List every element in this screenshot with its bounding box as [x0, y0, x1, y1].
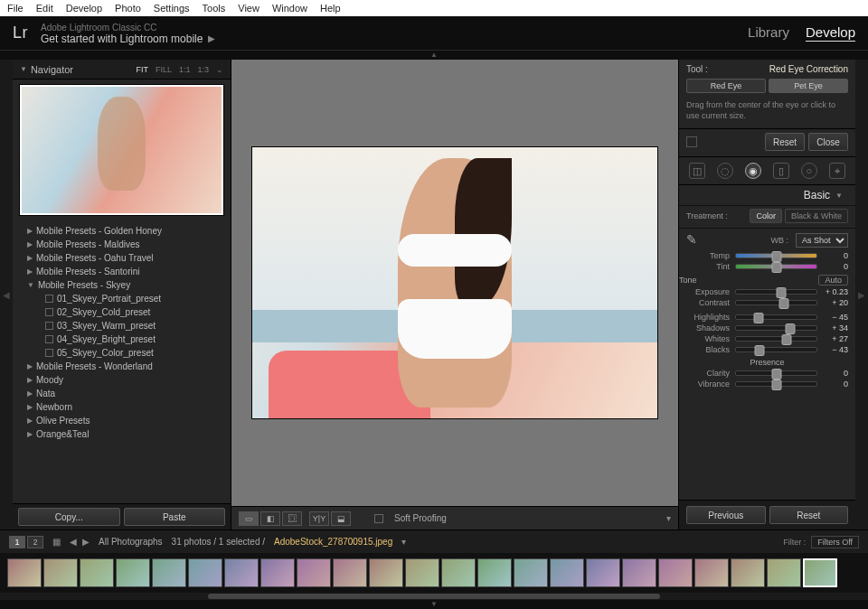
image-canvas[interactable] [251, 146, 658, 419]
nav-fit[interactable]: FIT [136, 65, 148, 74]
preset-item[interactable]: 04_Skyey_Bright_preset [18, 333, 231, 346]
navigator-header[interactable]: ▼ Navigator FIT FILL 1:1 1:3 ⌄ [13, 60, 231, 80]
view-loupe[interactable]: ▭ [239, 511, 259, 526]
nav-1-1[interactable]: 1:1 [179, 65, 191, 74]
left-panel-toggle[interactable]: ◀ [0, 60, 13, 529]
filmstrip-thumb[interactable] [405, 558, 439, 587]
filmstrip-thumb[interactable] [116, 558, 150, 587]
treatment-color[interactable]: Color [750, 209, 782, 223]
preset-folder[interactable]: ▶Mobile Presets - Santorini [18, 265, 231, 278]
chevron-down-icon[interactable]: ▾ [401, 537, 406, 547]
preset-folder[interactable]: ▶Moody [18, 373, 231, 387]
view-compare-split[interactable]: ⬓ [331, 511, 351, 526]
menu-settings[interactable]: Settings [154, 3, 190, 14]
wb-select[interactable]: As Shot [796, 233, 848, 248]
filmstrip-thumb[interactable] [803, 558, 837, 587]
filmstrip-thumb[interactable] [224, 558, 259, 587]
basic-panel-title[interactable]: Basic [804, 189, 830, 201]
tool-reset-button[interactable]: Reset [765, 133, 805, 151]
vibrance-slider[interactable] [735, 381, 817, 387]
blacks-value[interactable]: − 43 [823, 345, 848, 354]
filmstrip-thumb[interactable] [477, 558, 512, 587]
bottom-panel-toggle[interactable]: ▼ [0, 600, 868, 609]
crop-tool-icon[interactable]: ◫ [689, 163, 705, 179]
vibrance-value[interactable]: 0 [823, 379, 848, 389]
preset-folder[interactable]: ▶Nata [18, 387, 231, 400]
tint-slider[interactable] [735, 264, 817, 269]
tab-red-eye[interactable]: Red Eye [686, 79, 766, 93]
shadows-slider[interactable] [735, 325, 817, 331]
filter-select[interactable]: Filters Off [811, 536, 859, 548]
eyedropper-icon[interactable]: ✎ [686, 232, 706, 248]
grid-icon[interactable]: ▦ [52, 537, 61, 547]
previous-button[interactable]: Previous [686, 506, 766, 524]
treatment-bw[interactable]: Black & White [785, 209, 848, 223]
preset-folder[interactable]: ▶Mobile Presets - Wonderland [18, 360, 231, 373]
filmstrip-thumb[interactable] [767, 558, 801, 587]
filmstrip-thumb[interactable] [152, 558, 186, 587]
soft-proof-checkbox[interactable] [374, 514, 383, 523]
shadows-value[interactable]: + 34 [823, 323, 848, 333]
menu-window[interactable]: Window [272, 3, 307, 14]
preset-folder-open[interactable]: ▼Mobile Presets - Skyey [18, 278, 231, 292]
radial-tool-icon[interactable]: ○ [801, 163, 817, 179]
filmstrip-thumb[interactable] [7, 558, 42, 587]
chevron-down-icon[interactable]: ⌄ [216, 65, 223, 74]
grad-tool-icon[interactable]: ▯ [773, 163, 789, 179]
filmstrip-thumb[interactable] [188, 558, 222, 587]
filmstrip-thumb[interactable] [731, 558, 765, 587]
menu-develop[interactable]: Develop [66, 3, 102, 14]
contrast-slider[interactable] [735, 300, 817, 305]
view-compare-yy[interactable]: Y|Y [309, 511, 329, 526]
preset-folder[interactable]: ▶Mobile Presets - Maldives [18, 238, 231, 251]
filmstrip-thumb[interactable] [43, 558, 78, 587]
filmstrip-thumb[interactable] [80, 558, 114, 587]
highlights-slider[interactable] [735, 314, 817, 320]
copy-button[interactable]: Copy... [18, 508, 120, 526]
menu-edit[interactable]: Edit [36, 3, 53, 14]
blacks-slider[interactable] [735, 347, 817, 352]
top-panel-toggle[interactable]: ▲ [0, 51, 868, 60]
reset-button[interactable]: Reset [769, 506, 849, 524]
contrast-value[interactable]: + 20 [823, 298, 848, 307]
preset-item[interactable]: 01_Skyey_Portrait_preset [18, 292, 231, 305]
filmstrip[interactable] [0, 553, 868, 593]
filmstrip-thumb[interactable] [369, 558, 403, 587]
menu-file[interactable]: File [7, 3, 24, 14]
filmstrip-thumb[interactable] [333, 558, 367, 587]
filmstrip-thumb[interactable] [260, 558, 295, 587]
redeye-tool-icon[interactable]: ◉ [745, 163, 761, 179]
nav-back-icon[interactable]: ◀ [70, 537, 77, 547]
monitor-1[interactable]: 1 [9, 536, 25, 548]
filmstrip-thumb[interactable] [550, 558, 584, 587]
view-before-after-lr[interactable]: ◧ [260, 511, 280, 526]
menu-tools[interactable]: Tools [203, 3, 226, 14]
preset-item[interactable]: 02_Skyey_Cold_preset [18, 305, 231, 319]
filmstrip-thumb[interactable] [297, 558, 331, 587]
clarity-slider[interactable] [735, 370, 817, 376]
preset-folder[interactable]: ▶Olive Presets [18, 414, 231, 427]
whites-slider[interactable] [735, 336, 817, 342]
exposure-slider[interactable] [735, 289, 817, 295]
brush-tool-icon[interactable]: ⌖ [829, 163, 845, 179]
clarity-value[interactable]: 0 [823, 369, 848, 378]
toolbar-chevron-icon[interactable]: ▾ [666, 513, 671, 523]
tab-pet-eye[interactable]: Pet Eye [769, 79, 848, 93]
exposure-value[interactable]: + 0.23 [823, 287, 848, 296]
highlights-value[interactable]: − 45 [823, 313, 848, 322]
filmstrip-thumb[interactable] [622, 558, 656, 587]
right-panel-toggle[interactable]: ▶ [855, 60, 868, 529]
preset-item[interactable]: 03_Skyey_Warm_preset [18, 319, 231, 333]
paste-button[interactable]: Paste [124, 508, 226, 526]
tint-value[interactable]: 0 [823, 262, 848, 271]
menu-help[interactable]: Help [320, 3, 341, 14]
preset-item[interactable]: 05_Skyey_Color_preset [18, 346, 231, 360]
preset-folder[interactable]: ▶Mobile Presets - Oahu Travel [18, 251, 231, 265]
preset-folder[interactable]: ▶Newborn [18, 400, 231, 414]
auto-tone-button[interactable]: Auto [818, 275, 848, 286]
navigator-preview[interactable] [20, 85, 223, 215]
filmstrip-thumb[interactable] [514, 558, 548, 587]
view-before-after-tb[interactable]: ⿴ [282, 511, 302, 526]
monitor-2[interactable]: 2 [27, 536, 43, 548]
filmstrip-thumb[interactable] [694, 558, 729, 587]
